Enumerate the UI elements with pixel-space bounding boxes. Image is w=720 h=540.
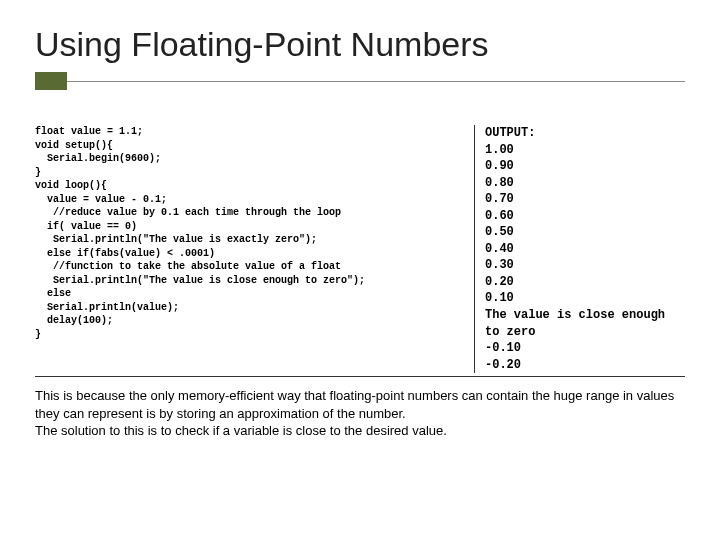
- slide: Using Floating-Point Numbers float value…: [0, 0, 720, 540]
- output-block: OUTPUT: 1.00 0.90 0.80 0.70 0.60 0.50 0.…: [475, 125, 685, 373]
- rule-line: [67, 81, 685, 82]
- title-rule: [35, 72, 685, 90]
- content-columns: float value = 1.1; void setup(){ Serial.…: [35, 125, 685, 377]
- explanation-text: This is because the only memory-efficien…: [35, 387, 685, 440]
- slide-title: Using Floating-Point Numbers: [35, 25, 685, 64]
- code-block: float value = 1.1; void setup(){ Serial.…: [35, 125, 475, 373]
- accent-block: [35, 72, 67, 90]
